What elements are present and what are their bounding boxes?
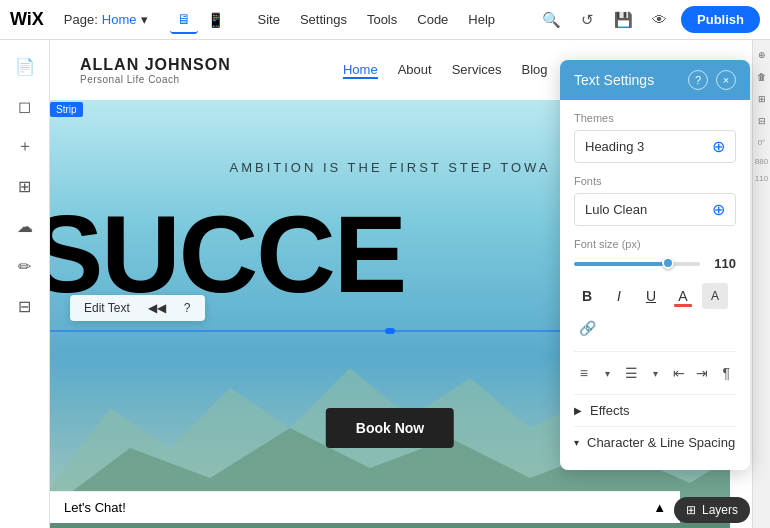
sidebar-icon-design[interactable]: ✏ (7, 248, 43, 284)
strip-badge: Strip (50, 102, 83, 117)
page-link[interactable]: Home (102, 12, 137, 27)
divider-1 (574, 351, 736, 352)
indent-right-button[interactable]: ⇥ (693, 360, 713, 386)
rp-delete-icon[interactable]: 🗑 (755, 70, 769, 84)
top-nav: Site Settings Tools Code Help (250, 8, 504, 31)
themes-dropdown[interactable]: Heading 3 ⊕ (574, 130, 736, 163)
link-button[interactable]: 🔗 (574, 315, 600, 341)
nav-help[interactable]: Help (460, 8, 503, 31)
panel-header-icons: ? × (688, 70, 736, 90)
list-chevron-button[interactable]: ▾ (645, 360, 665, 386)
mobile-device-button[interactable]: 📱 (202, 6, 230, 34)
panel-close-icon[interactable]: × (716, 70, 736, 90)
text-settings-panel: Text Settings ? × Themes Heading 3 ⊕ Fon… (560, 60, 750, 470)
font-color-button[interactable]: A (670, 283, 696, 309)
underline-button[interactable]: U (638, 283, 664, 309)
sidebar-icon-layers[interactable]: ⊟ (7, 288, 43, 324)
wix-logo: WiX (10, 9, 44, 30)
sidebar-icon-pages[interactable]: 📄 (7, 48, 43, 84)
sidebar-icon-media[interactable]: ☁ (7, 208, 43, 244)
rp-add-icon[interactable]: ⊕ (755, 48, 769, 62)
publish-button[interactable]: Publish (681, 6, 760, 33)
arrow-nav-button[interactable]: ◀◀ (142, 299, 172, 317)
panel-help-icon[interactable]: ? (688, 70, 708, 90)
font-size-value: 110 (708, 256, 736, 271)
align-left-button[interactable]: ≡ (574, 360, 594, 386)
right-mini-panel: ⊕ 🗑 ⊞ ⊟ 0° 880 110 (752, 40, 770, 528)
site-logo-name: ALLAN JOHNSON (80, 56, 231, 74)
edit-text-toolbar: Edit Text ◀◀ ? (70, 295, 205, 321)
site-nav-home[interactable]: Home (343, 62, 378, 79)
char-spacing-arrow-icon: ▾ (574, 437, 579, 448)
highlight-label: A (711, 289, 719, 303)
panel-header: Text Settings ? × (560, 60, 750, 100)
save-button[interactable]: 💾 (609, 6, 637, 34)
fonts-dropdown[interactable]: Lulo Clean ⊕ (574, 193, 736, 226)
site-logo: ALLAN JOHNSON Personal Life Coach (80, 56, 231, 85)
page-chevron-icon: ▾ (141, 12, 148, 27)
format-toolbar: B I U A A 🔗 (574, 283, 736, 341)
color-underline (674, 304, 692, 307)
nav-site[interactable]: Site (250, 8, 288, 31)
layers-button[interactable]: ⊞ Layers (674, 497, 750, 523)
undo-button[interactable]: ↺ (573, 6, 601, 34)
list-button[interactable]: ☰ (621, 360, 641, 386)
help-button[interactable]: ? (178, 299, 197, 317)
themes-value: Heading 3 (585, 139, 644, 154)
sidebar-icon-background[interactable]: ◻ (7, 88, 43, 124)
nav-settings[interactable]: Settings (292, 8, 355, 31)
site-nav-blog[interactable]: Blog (522, 62, 548, 79)
device-switcher: 🖥 📱 (170, 6, 230, 34)
site-nav-about[interactable]: About (398, 62, 432, 79)
font-size-slider-fill (574, 262, 665, 266)
align-toolbar: ≡ ▾ ☰ ▾ ⇤ ⇥ ¶ (574, 360, 736, 386)
panel-body: Themes Heading 3 ⊕ Fonts Lulo Clean ⊕ Fo… (560, 100, 750, 470)
site-nav-services[interactable]: Services (452, 62, 502, 79)
indent-left-button[interactable]: ⇤ (669, 360, 689, 386)
font-size-slider[interactable] (574, 262, 700, 266)
search-button[interactable]: 🔍 (537, 6, 565, 34)
effects-arrow-icon: ▶ (574, 405, 582, 416)
font-size-label: Font size (px) (574, 238, 736, 250)
paragraph-button[interactable]: ¶ (716, 360, 736, 386)
font-size-row: 110 (574, 256, 736, 271)
page-selector[interactable]: Page: Home ▾ (58, 10, 154, 29)
chat-bar[interactable]: Let's Chat! ▲ (50, 491, 680, 523)
edit-text-button[interactable]: Edit Text (78, 299, 136, 317)
sidebar-icon-apps[interactable]: ⊞ (7, 168, 43, 204)
italic-button[interactable]: I (606, 283, 632, 309)
preview-button[interactable]: 👁 (645, 6, 673, 34)
layers-label: Layers (702, 503, 738, 517)
sidebar-icon-add[interactable]: ＋ (7, 128, 43, 164)
fonts-value: Lulo Clean (585, 202, 647, 217)
effects-row[interactable]: ▶ Effects (574, 394, 736, 426)
site-logo-subtitle: Personal Life Coach (80, 74, 231, 85)
nav-code[interactable]: Code (409, 8, 456, 31)
top-right-controls: 🔍 ↺ 💾 👁 Publish (537, 6, 760, 34)
font-size-slider-container (574, 262, 700, 266)
hero-cta-button[interactable]: Book Now (326, 408, 454, 448)
font-size-handle[interactable] (662, 257, 674, 269)
align-chevron-button[interactable]: ▾ (598, 360, 618, 386)
fonts-chevron-icon: ⊕ (712, 200, 725, 219)
page-label: Page: (64, 12, 98, 27)
rp-height-label: 880 (755, 157, 768, 166)
themes-label: Themes (574, 112, 736, 124)
left-sidebar: 📄 ◻ ＋ ⊞ ☁ ✏ ⊟ (0, 40, 50, 528)
selection-handle[interactable] (385, 328, 395, 334)
rp-arrange-icon[interactable]: ⊞ (755, 92, 769, 106)
rp-value-label: 110 (755, 174, 768, 183)
highlight-button[interactable]: A (702, 283, 728, 309)
rp-collapse-icon[interactable]: ⊟ (755, 114, 769, 128)
char-spacing-label: Character & Line Spacing (587, 435, 735, 450)
layers-icon: ⊞ (686, 503, 696, 517)
nav-tools[interactable]: Tools (359, 8, 405, 31)
desktop-device-button[interactable]: 🖥 (170, 6, 198, 34)
chat-label: Let's Chat! (64, 500, 126, 515)
site-nav: Home About Services Blog (343, 62, 548, 79)
char-spacing-row[interactable]: ▾ Character & Line Spacing (574, 426, 736, 458)
fonts-label: Fonts (574, 175, 736, 187)
bold-button[interactable]: B (574, 283, 600, 309)
themes-chevron-icon: ⊕ (712, 137, 725, 156)
top-toolbar: WiX Page: Home ▾ 🖥 📱 Site Settings Tools… (0, 0, 770, 40)
